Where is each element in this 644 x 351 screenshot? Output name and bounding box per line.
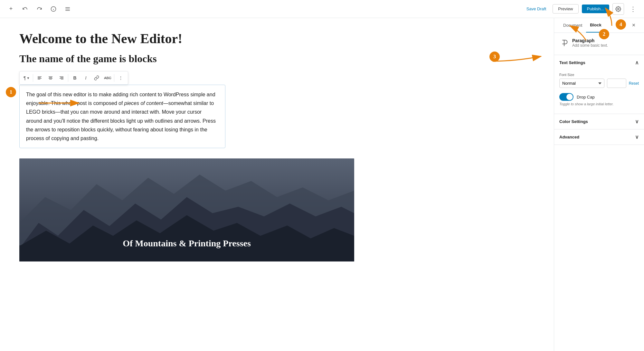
preview-button[interactable]: Preview	[553, 4, 578, 14]
font-size-label: Font Size	[559, 73, 639, 77]
svg-rect-7	[38, 76, 42, 77]
paragraph-icon: ¶	[24, 75, 26, 81]
paragraph-block-icon	[559, 39, 568, 50]
drop-cap-toggle-row: Drop Cap	[559, 93, 639, 101]
chevron-down-icon-advanced: ∨	[635, 134, 639, 140]
drop-cap-toggle[interactable]	[559, 93, 573, 101]
text-settings-section: Text Settings ∧ Font Size Normal Small M…	[554, 55, 644, 114]
publish-button[interactable]: Publish...	[582, 5, 609, 13]
toolbar-separator-2	[68, 74, 68, 82]
save-draft-button[interactable]: Save Draft	[523, 5, 549, 13]
kebab-icon: ⋮	[630, 5, 636, 13]
toolbar-separator-3	[114, 74, 114, 82]
editor-area: Welcome to the New Editor! The name of t…	[0, 18, 554, 351]
post-subtitle[interactable]: The name of the game is blocks	[19, 53, 535, 65]
paragraph-block[interactable]: The goal of this new editor is to make a…	[19, 85, 225, 148]
chevron-up-icon: ∧	[635, 60, 639, 66]
undo-button[interactable]	[19, 3, 31, 15]
list-icon	[65, 6, 71, 12]
block-type-title: Paragraph	[572, 38, 608, 43]
plus-icon: +	[9, 5, 13, 12]
bold-icon: B	[73, 75, 76, 81]
drop-cap-row: Drop Cap Toggle to show a large initial …	[559, 93, 639, 106]
mountain-image-block: Of Mountains & Printing Presses	[19, 158, 354, 261]
main-layout: Welcome to the New Editor! The name of t…	[0, 18, 644, 351]
bold-button[interactable]: B	[70, 73, 80, 83]
svg-rect-13	[49, 78, 52, 79]
svg-rect-12	[49, 77, 52, 78]
align-right-button[interactable]	[56, 73, 67, 83]
text-settings-header[interactable]: Text Settings ∧	[554, 55, 644, 70]
align-right-icon	[59, 75, 64, 81]
block-info: Paragraph Add some basic text.	[554, 33, 644, 55]
align-center-button[interactable]	[45, 73, 56, 83]
top-bar: + Save Draft Preview Publish... ⋮	[0, 0, 644, 18]
svg-rect-11	[49, 76, 52, 77]
text-settings-content: Font Size Normal Small Medium Large Huge…	[554, 70, 644, 114]
more-icon: ⋮	[118, 75, 123, 81]
sidebar: Document Block × Paragraph Add some basi…	[554, 18, 644, 351]
paragraph-text: The goal of this new editor is to make a…	[26, 90, 219, 143]
advanced-label: Advanced	[559, 135, 579, 139]
info-icon	[51, 6, 56, 12]
svg-point-6	[618, 8, 619, 10]
block-toolbar: ¶ ▼ B I ABC	[19, 71, 128, 85]
align-center-icon	[48, 75, 53, 81]
color-settings-label: Color Settings	[559, 119, 588, 124]
font-size-reset-button[interactable]: Reset	[629, 81, 639, 86]
sidebar-close-button[interactable]: ×	[629, 20, 639, 31]
drop-cap-description: Toggle to show a large initial letter.	[559, 102, 639, 106]
italic-icon: I	[85, 75, 86, 81]
svg-rect-18	[61, 79, 63, 79]
tab-block[interactable]: Block	[586, 18, 605, 33]
sidebar-tabs: Document Block ×	[554, 18, 644, 33]
link-button[interactable]	[91, 73, 102, 83]
block-info-text: Paragraph Add some basic text.	[572, 38, 608, 48]
settings-button[interactable]	[612, 3, 624, 15]
strikethrough-button[interactable]: ABC	[102, 73, 113, 83]
text-settings-label: Text Settings	[559, 60, 585, 65]
svg-rect-8	[38, 77, 41, 78]
advanced-header[interactable]: Advanced ∨	[554, 129, 644, 145]
toolbar-right: Save Draft Preview Publish... ⋮	[523, 3, 639, 15]
svg-rect-14	[49, 79, 52, 79]
mountain-caption: Of Mountains & Printing Presses	[123, 238, 251, 249]
more-options-button[interactable]: ⋮	[627, 3, 639, 15]
undo-icon	[22, 6, 28, 12]
svg-rect-16	[61, 77, 63, 78]
font-size-row: Font Size Normal Small Medium Large Huge…	[559, 73, 639, 88]
strikethrough-icon: ABC	[104, 76, 111, 80]
block-type-desc: Add some basic text.	[572, 43, 608, 48]
toolbar-left: +	[5, 3, 73, 15]
mountain-background: Of Mountains & Printing Presses	[19, 158, 354, 261]
font-size-input[interactable]	[607, 79, 626, 88]
color-settings-section: Color Settings ∨	[554, 114, 644, 129]
list-view-button[interactable]	[62, 3, 73, 15]
font-size-controls: Normal Small Medium Large Huge Reset	[559, 79, 639, 88]
redo-button[interactable]	[33, 3, 45, 15]
svg-rect-10	[38, 79, 40, 79]
svg-rect-9	[38, 78, 42, 79]
paragraph-type-button[interactable]: ¶ ▼	[22, 74, 32, 82]
toolbar-separator-1	[33, 74, 33, 82]
align-left-icon	[37, 75, 42, 81]
link-icon	[94, 75, 99, 81]
post-title[interactable]: Welcome to the New Editor!	[19, 31, 535, 46]
advanced-section: Advanced ∨	[554, 129, 644, 145]
more-toolbar-button[interactable]: ⋮	[116, 73, 126, 83]
align-left-button[interactable]	[34, 73, 45, 83]
add-block-button[interactable]: +	[5, 3, 17, 15]
dropdown-arrow: ▼	[27, 76, 30, 80]
chevron-down-icon-color: ∨	[635, 119, 639, 125]
info-button[interactable]	[48, 3, 59, 15]
font-size-select[interactable]: Normal Small Medium Large Huge	[559, 79, 604, 88]
italic-button[interactable]: I	[80, 73, 91, 83]
gear-icon	[615, 6, 621, 12]
drop-cap-label: Drop Cap	[577, 95, 595, 100]
svg-rect-17	[60, 78, 63, 79]
redo-icon	[36, 6, 42, 12]
tab-document[interactable]: Document	[559, 18, 586, 32]
color-settings-header[interactable]: Color Settings ∨	[554, 114, 644, 129]
svg-rect-15	[60, 76, 63, 77]
